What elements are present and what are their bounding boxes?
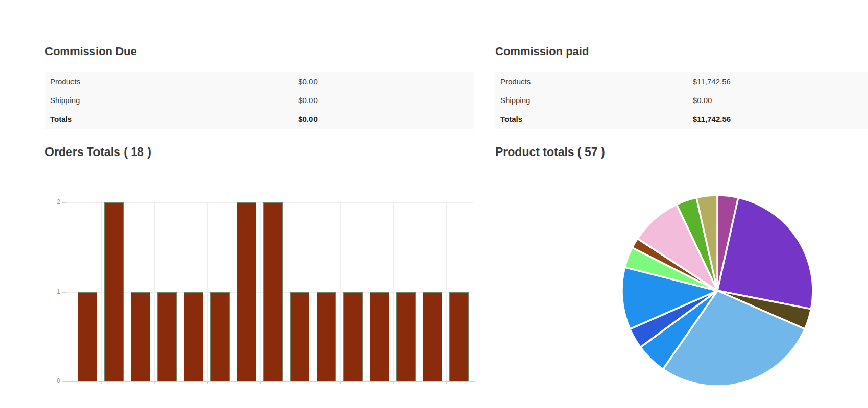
bar[interactable] [343,292,363,382]
commission-paid-table: Products$11,742.56Shipping$0.00Totals$11… [495,72,868,129]
gridline-vertical [287,202,287,381]
table-row: Shipping$0.00 [45,91,474,110]
page-root: { "commission_due": { "title": "Commissi… [0,0,868,408]
y-axis-tick [62,202,66,203]
y-axis-tick [62,381,66,382]
bar[interactable] [423,292,442,382]
bar[interactable] [157,292,177,382]
row-value: $0.00 [298,91,474,110]
commission-due-section: Commission Due Products$0.00Shipping$0.0… [45,44,474,129]
row-label: Products [45,72,298,91]
orders-totals-chart-section: Orders Totals ( 18 ) 012 [45,144,474,399]
gridline-vertical [101,202,102,381]
gridline-vertical [314,202,314,381]
y-axis-tick-label: 1 [47,288,60,295]
y-axis-tick-label: 0 [47,377,60,385]
commission-due-title: Commission Due [45,44,474,59]
table-row: Totals$0.00 [45,110,474,129]
bar[interactable] [184,292,203,382]
row-value: $11,742.56 [693,72,868,91]
table-row: Shipping$0.00 [495,91,868,110]
row-label: Shipping [495,91,693,110]
gridline-vertical [367,202,367,381]
row-value: $0.00 [693,91,868,110]
row-value: $0.00 [298,110,474,129]
gridline-vertical [473,202,473,381]
row-label: Shipping [45,91,298,110]
y-axis-tick-label: 2 [47,198,60,206]
gridline-vertical [207,202,208,381]
row-value: $11,742.56 [693,110,868,129]
row-label: Totals [45,110,298,129]
bar[interactable] [290,292,309,382]
pie-svg [615,189,819,393]
table-row: Products$0.00 [45,72,474,91]
gridline-vertical [75,202,75,381]
gridline-vertical [340,202,341,381]
gridline-vertical [181,202,181,381]
bar[interactable] [210,292,230,382]
bar[interactable] [104,202,124,381]
bar[interactable] [317,292,336,382]
orders-bar-chart: 012 [45,185,474,399]
bar[interactable] [396,292,416,382]
commission-paid-title: Commission paid [495,44,868,59]
row-label: Products [495,72,693,91]
bar[interactable] [263,202,283,381]
bar[interactable] [78,292,97,382]
bar[interactable] [449,292,469,382]
gridline-vertical [446,202,447,381]
commission-paid-section: Commission paid Products$11,742.56Shippi… [495,44,868,129]
y-axis-tick [62,292,66,293]
gridline-vertical [420,202,420,381]
product-totals-pie-chart [615,189,819,393]
table-row: Totals$11,742.56 [495,110,868,129]
gridline-vertical [260,202,261,381]
row-value: $0.00 [298,72,474,91]
bar[interactable] [237,202,256,381]
gridline-vertical [128,202,128,381]
gridline-vertical [393,202,394,381]
bar[interactable] [131,292,150,382]
bar[interactable] [370,292,389,382]
gridline-vertical [234,202,234,381]
gridline-vertical [154,202,155,381]
product-totals-chart-title: Product totals ( 57 ) [495,144,868,185]
table-row: Products$11,742.56 [495,72,868,91]
product-totals-chart-section: Product totals ( 57 ) [495,144,868,399]
orders-totals-chart-title: Orders Totals ( 18 ) [45,144,474,185]
commission-due-table: Products$0.00Shipping$0.00Totals$0.00 [45,72,474,129]
row-label: Totals [495,110,693,129]
x-axis-line [64,381,475,382]
